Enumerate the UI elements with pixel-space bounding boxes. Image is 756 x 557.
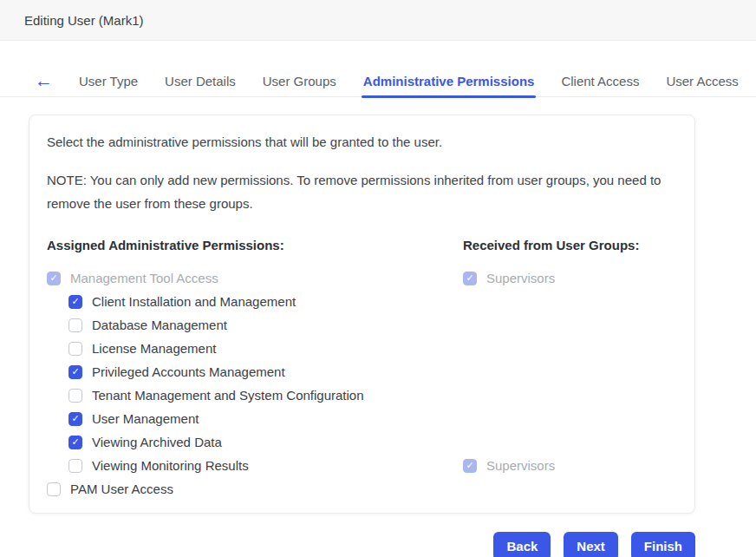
permission-row: Database Management — [47, 313, 677, 337]
permission-checkbox[interactable]: ✓ — [68, 436, 82, 449]
permissions-list: ✓Management Tool Access✓Supervisors✓Clie… — [47, 266, 677, 501]
permission-label: Tenant Management and System Configurati… — [92, 388, 364, 403]
received-group-checkbox: ✓ — [463, 272, 477, 285]
tab-administrative-permissions[interactable]: Administrative Permissions — [363, 66, 535, 96]
permission-row: Viewing Monitoring Results✓Supervisors — [47, 454, 677, 477]
permission-item-tenant-management-and-system-configuration[interactable]: Tenant Management and System Configurati… — [47, 388, 463, 403]
permission-checkbox[interactable] — [47, 482, 61, 496]
received-group-label: Supervisors — [486, 458, 555, 473]
received-group-label: Supervisors — [486, 271, 555, 285]
permission-row: ✓User Management — [47, 407, 677, 430]
permission-checkbox[interactable] — [68, 389, 82, 403]
page-title: Editing User (Mark1) — [24, 13, 144, 28]
permissions-card: Select the administrative permissions th… — [29, 115, 695, 514]
permission-checkbox[interactable]: ✓ — [68, 412, 82, 426]
assigned-permissions-header: Assigned Administrative Permissions: — [47, 238, 463, 252]
tab-client-access[interactable]: Client Access — [561, 66, 639, 96]
permission-checkbox: ✓ — [47, 272, 61, 285]
permission-item-client-installation-and-management[interactable]: ✓Client Installation and Management — [47, 294, 463, 309]
permission-item-viewing-monitoring-results[interactable]: Viewing Monitoring Results — [47, 458, 463, 473]
tab-user-access[interactable]: User Access — [666, 66, 738, 96]
received-groups-header: Received from User Groups: — [463, 238, 639, 252]
next-button[interactable]: Next — [564, 532, 618, 557]
finish-button[interactable]: Finish — [631, 532, 695, 557]
permission-item-management-tool-access: ✓Management Tool Access — [47, 271, 463, 285]
tab-bar: ← User TypeUser DetailsUser GroupsAdmini… — [0, 66, 756, 97]
permission-item-user-management[interactable]: ✓User Management — [47, 411, 463, 426]
permission-label: Database Management — [92, 318, 227, 332]
permission-row: ✓Client Installation and Management — [47, 290, 677, 313]
permission-row: ✓Management Tool Access✓Supervisors — [47, 266, 677, 290]
permission-row: Tenant Management and System Configurati… — [47, 383, 677, 407]
permission-label: License Management — [92, 341, 216, 356]
received-group: ✓Supervisors — [463, 458, 555, 473]
tab-user-type[interactable]: User Type — [79, 66, 138, 96]
permission-item-pam-user-access[interactable]: PAM User Access — [47, 482, 463, 496]
tab-user-details[interactable]: User Details — [165, 66, 236, 96]
permission-label: User Management — [92, 411, 199, 426]
received-group-checkbox: ✓ — [463, 459, 477, 473]
permission-label: Management Tool Access — [70, 271, 218, 285]
permission-item-viewing-archived-data[interactable]: ✓Viewing Archived Data — [47, 435, 463, 449]
permission-checkbox[interactable] — [68, 342, 82, 356]
permission-checkbox[interactable] — [68, 459, 82, 473]
note-text: NOTE: You can only add new permissions. … — [47, 168, 677, 215]
tab-user-groups[interactable]: User Groups — [263, 66, 336, 96]
permission-row: ✓Viewing Archived Data — [47, 430, 677, 454]
permission-label: Viewing Monitoring Results — [92, 458, 249, 473]
permission-row: License Management — [47, 337, 677, 360]
permission-item-database-management[interactable]: Database Management — [47, 318, 463, 332]
permission-label: Viewing Archived Data — [92, 435, 222, 449]
permission-checkbox[interactable]: ✓ — [68, 295, 82, 309]
tab-bar-tabs: User TypeUser DetailsUser GroupsAdminist… — [79, 66, 739, 96]
footer-actions: BackNextFinish — [29, 532, 695, 557]
permission-label: Privileged Accounts Management — [92, 364, 285, 379]
window-title-bar: Editing User (Mark1) — [0, 0, 756, 41]
permission-label: Client Installation and Management — [92, 294, 296, 309]
received-group: ✓Supervisors — [463, 271, 555, 285]
column-headers: Assigned Administrative Permissions: Rec… — [47, 238, 677, 252]
permission-checkbox[interactable] — [68, 318, 82, 332]
permission-label: PAM User Access — [70, 482, 173, 496]
permission-row: PAM User Access — [47, 477, 677, 501]
permission-item-privileged-accounts-management[interactable]: ✓Privileged Accounts Management — [47, 364, 463, 379]
permission-checkbox[interactable]: ✓ — [68, 365, 82, 379]
intro-text: Select the administrative permissions th… — [47, 134, 677, 149]
back-arrow-icon[interactable]: ← — [35, 71, 53, 89]
permission-row: ✓Privileged Accounts Management — [47, 360, 677, 383]
permission-item-license-management[interactable]: License Management — [47, 341, 463, 356]
back-button[interactable]: Back — [493, 532, 551, 557]
